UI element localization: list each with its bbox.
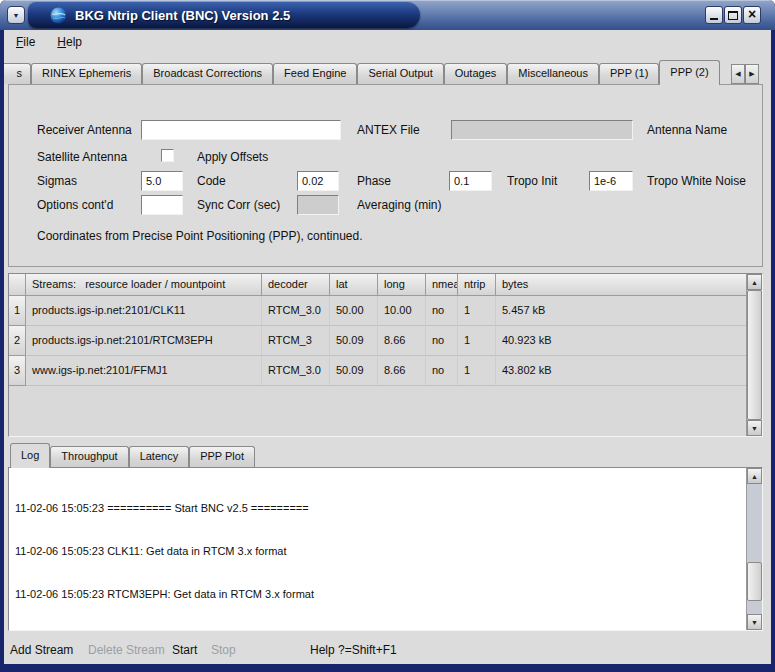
add-stream-button[interactable]: Add Stream <box>10 643 73 657</box>
row-number: 2 <box>9 326 26 356</box>
cell-decoder: RTCM_3.0 <box>262 296 330 326</box>
tab-scroll-right-button[interactable]: ▶ <box>745 64 759 84</box>
row-number: 3 <box>9 356 26 386</box>
code-input[interactable] <box>297 171 339 191</box>
menu-file[interactable]: File <box>12 33 39 51</box>
cell-mountpoint: products.igs-ip.net:2101/CLK11 <box>26 296 262 326</box>
delete-stream-button[interactable]: Delete Stream <box>88 643 165 657</box>
code-label: Code <box>197 174 226 188</box>
options-contd-label: Options cont'd <box>37 198 113 212</box>
title-capsule: BKG Ntrip Client (BNC) Version 2.5 <box>28 2 420 28</box>
tropo-init-input[interactable] <box>589 171 633 191</box>
menu-bar: File Help <box>4 30 771 54</box>
table-vertical-scrollbar[interactable]: ▲ ▼ <box>746 274 762 436</box>
table-corner <box>9 274 26 296</box>
maximize-button[interactable] <box>724 6 742 24</box>
phase-label: Phase <box>357 174 391 188</box>
cell-lat: 50.09 <box>330 356 378 386</box>
scroll-up-button[interactable]: ▲ <box>747 274 762 290</box>
minimize-button[interactable] <box>705 6 723 24</box>
sigmas-label: Sigmas <box>37 174 77 188</box>
tab-latency[interactable]: Latency <box>129 446 190 467</box>
close-button[interactable]: × <box>743 6 761 24</box>
scroll-track[interactable] <box>747 290 762 420</box>
cell-ntrip: 1 <box>458 326 496 356</box>
antex-file-input[interactable] <box>451 120 633 140</box>
scroll-thumb[interactable] <box>747 290 762 420</box>
minimize-icon <box>710 18 718 20</box>
menu-help[interactable]: Help <box>53 33 86 51</box>
sync-corr-label: Sync Corr (sec) <box>197 198 280 212</box>
window-menu-button[interactable]: ▼ <box>7 6 25 24</box>
tab-rinex-ephemeris[interactable]: RINEX Ephemeris <box>31 63 142 84</box>
header-nmea: nmea <box>426 274 458 296</box>
start-button[interactable]: Start <box>172 643 197 657</box>
arrow-down-icon: ▼ <box>751 425 758 432</box>
sigmas-input[interactable] <box>141 171 183 191</box>
sync-corr-input[interactable] <box>297 195 339 215</box>
tab-outages[interactable]: Outages <box>444 63 508 84</box>
scroll-down-button[interactable]: ▼ <box>747 614 762 630</box>
scroll-down-button[interactable]: ▼ <box>747 420 762 436</box>
cell-bytes: 40.923 kB <box>496 326 746 356</box>
tab-serial-output[interactable]: Serial Output <box>357 63 443 84</box>
tab-partial[interactable]: s <box>4 63 31 84</box>
scroll-track[interactable] <box>747 484 762 614</box>
log-vertical-scrollbar[interactable]: ▲ ▼ <box>746 468 762 630</box>
stop-button[interactable]: Stop <box>211 643 236 657</box>
cell-nmea: no <box>426 356 458 386</box>
log-panel: 11-02-06 15:05:23 ========== Start BNC v… <box>8 467 763 631</box>
maximize-icon <box>728 11 738 20</box>
header-ntrip: ntrip <box>458 274 496 296</box>
log-line: 11-02-06 15:05:23 FFMJ1: Get data in RTC… <box>15 629 739 630</box>
tab-log[interactable]: Log <box>10 443 50 468</box>
cell-ntrip: 1 <box>458 296 496 326</box>
tab-ppp-plot[interactable]: PPP Plot <box>189 446 255 467</box>
cell-lat: 50.09 <box>330 326 378 356</box>
tab-feed-engine[interactable]: Feed Engine <box>273 63 357 84</box>
scroll-up-button[interactable]: ▲ <box>747 468 762 484</box>
row-number: 1 <box>9 296 26 326</box>
cell-bytes: 43.802 kB <box>496 356 746 386</box>
header-decoder: decoder <box>262 274 330 296</box>
chevron-left-icon: ◀ <box>735 70 740 78</box>
tab-broadcast-corrections[interactable]: Broadcast Corrections <box>142 63 273 84</box>
top-tab-bar: s RINEX Ephemeris Broadcast Corrections … <box>4 58 771 84</box>
tab-ppp-2[interactable]: PPP (2) <box>659 60 719 85</box>
tab-miscellaneous[interactable]: Miscellaneous <box>507 63 599 84</box>
scroll-thumb[interactable] <box>747 562 762 601</box>
tab-ppp-1[interactable]: PPP (1) <box>599 63 659 84</box>
client-area: File Help s RINEX Ephemeris Broadcast Co… <box>4 30 771 664</box>
table-row[interactable]: 2 products.igs-ip.net:2101/RTCM3EPH RTCM… <box>9 326 746 356</box>
tab-throughput[interactable]: Throughput <box>50 446 128 467</box>
tab-scroll-left-button[interactable]: ◀ <box>731 64 745 84</box>
ppp2-note: Coordinates from Precise Point Positioni… <box>37 229 363 243</box>
antex-file-label: ANTEX File <box>357 123 420 137</box>
cell-long: 8.66 <box>378 326 426 356</box>
header-lat: lat <box>330 274 378 296</box>
receiver-antenna-input[interactable] <box>141 120 341 140</box>
cell-nmea: no <box>426 326 458 356</box>
tropo-init-label: Tropo Init <box>507 174 557 188</box>
bnc-globe-icon <box>50 7 67 24</box>
chevron-down-icon: ▼ <box>13 12 20 19</box>
window-title: BKG Ntrip Client (BNC) Version 2.5 <box>75 8 290 23</box>
tropo-white-noise-label: Tropo White Noise <box>647 174 746 188</box>
options-contd-input[interactable] <box>141 195 183 215</box>
header-bytes: bytes <box>496 274 746 296</box>
streams-table: Streams: resource loader / mountpoint de… <box>8 273 763 437</box>
averaging-label: Averaging (min) <box>357 198 441 212</box>
cell-long: 10.00 <box>378 296 426 326</box>
cell-ntrip: 1 <box>458 356 496 386</box>
table-row[interactable]: 1 products.igs-ip.net:2101/CLK11 RTCM_3.… <box>9 296 746 326</box>
arrow-up-icon: ▲ <box>751 279 758 286</box>
titlebar[interactable]: ▼ BKG Ntrip Client (BNC) Version 2.5 <box>0 0 775 30</box>
apply-offsets-checkbox[interactable] <box>161 149 174 162</box>
header-long: long <box>378 274 426 296</box>
phase-input[interactable] <box>449 171 492 191</box>
log-line: 11-02-06 15:05:23 RTCM3EPH: Get data in … <box>15 587 739 601</box>
help-shortcut-label: Help ?=Shift+F1 <box>310 643 397 657</box>
receiver-antenna-label: Receiver Antenna <box>37 123 132 137</box>
table-row[interactable]: 3 www.igs-ip.net:2101/FFMJ1 RTCM_3.0 50.… <box>9 356 746 386</box>
chevron-right-icon: ▶ <box>749 70 754 78</box>
